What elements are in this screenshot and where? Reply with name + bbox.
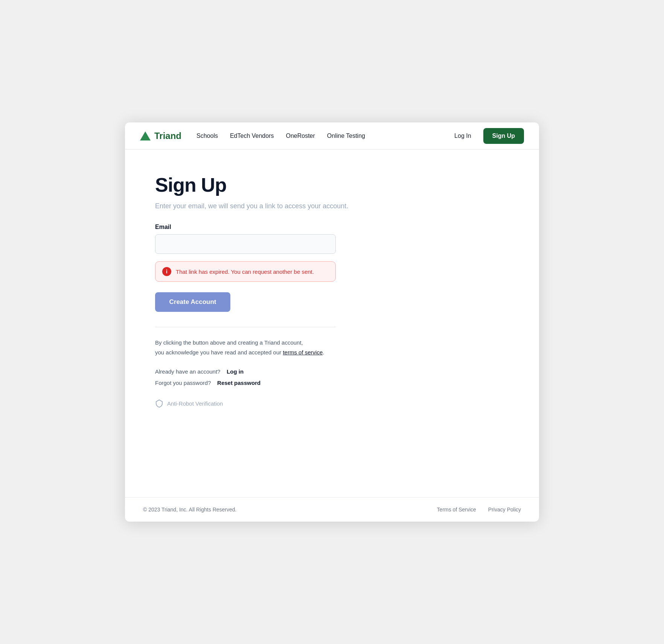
nav-link-edtech-vendors[interactable]: EdTech Vendors [230,133,274,139]
forgot-password-row: Forgot you password? Reset password [155,377,509,389]
footer-links: Terms of Service Privacy Policy [437,507,521,513]
error-message: That link has expired. You can request a… [176,269,314,275]
forgot-password-label: Forgot you password? [155,380,211,386]
reset-password-link[interactable]: Reset password [217,380,260,386]
app-window: Triand Schools EdTech Vendors OneRoster … [125,122,539,522]
error-box: i That link has expired. You can request… [155,261,336,282]
already-account-row: Already have an account? Log in [155,366,509,377]
anti-robot-verification: Anti-Robot Verification [155,399,509,407]
error-icon: i [162,267,171,276]
navbar: Triand Schools EdTech Vendors OneRoster … [125,122,539,150]
main-content: Sign Up Enter your email, we will send y… [125,150,539,497]
account-links: Already have an account? Log in Forgot y… [155,366,509,389]
nav-right: Log In Sign Up [450,128,524,144]
nav-link-online-testing[interactable]: Online Testing [327,133,365,139]
logo-triangle-icon [140,131,151,140]
nav-links: Schools EdTech Vendors OneRoster Online … [196,133,450,139]
footer-terms-link[interactable]: Terms of Service [437,507,476,513]
divider [155,327,336,327]
terms-of-service-link[interactable]: terms of service [283,349,323,356]
email-input[interactable] [155,234,336,254]
login-link[interactable]: Log in [227,368,244,375]
logo-text: Triand [154,131,181,141]
logo[interactable]: Triand [140,131,181,141]
anti-robot-label: Anti-Robot Verification [167,400,223,407]
login-button[interactable]: Log In [450,130,475,142]
footer: © 2023 Triand, Inc. All Rights Reserved.… [125,497,539,522]
terms-period: . [323,349,324,356]
terms-line2: you acknowledge you have read and accept… [155,349,281,356]
page-title: Sign Up [155,174,509,196]
page-subtitle: Enter your email, we will send you a lin… [155,202,509,210]
nav-link-schools[interactable]: Schools [196,133,218,139]
shield-icon [155,399,163,407]
footer-copyright: © 2023 Triand, Inc. All Rights Reserved. [143,507,236,513]
signup-button[interactable]: Sign Up [483,128,524,144]
terms-text: By clicking the button above and creatin… [155,338,336,357]
already-account-label: Already have an account? [155,368,220,375]
nav-link-oneroster[interactable]: OneRoster [286,133,315,139]
footer-privacy-link[interactable]: Privacy Policy [488,507,521,513]
email-label: Email [155,224,509,230]
create-account-button[interactable]: Create Account [155,292,230,312]
terms-line1: By clicking the button above and creatin… [155,339,303,346]
